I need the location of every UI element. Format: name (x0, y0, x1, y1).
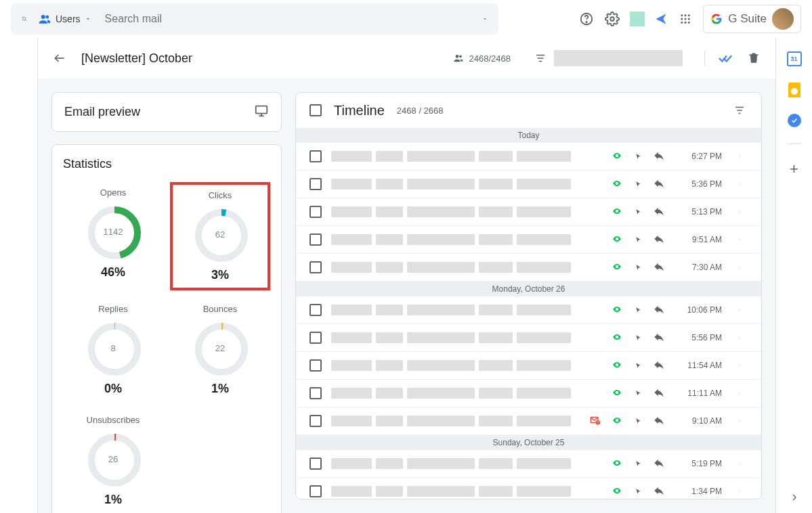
more-icon[interactable] (731, 455, 748, 472)
more-icon[interactable] (731, 385, 748, 401)
timeline-row[interactable]: 5:19 PM (296, 450, 761, 478)
svg-point-85 (740, 464, 740, 465)
collapse-rail-button[interactable] (789, 492, 800, 513)
stat-clicks[interactable]: Clicks 62 3% (170, 182, 270, 290)
svg-point-65 (740, 338, 740, 339)
row-checkbox[interactable] (309, 415, 322, 427)
timeline-row[interactable]: 1:34 PM (296, 478, 761, 499)
row-checkbox[interactable] (309, 485, 322, 497)
timeline-row[interactable]: 5:13 PM (296, 198, 761, 226)
more-icon[interactable] (731, 483, 748, 499)
row-content-redacted (331, 305, 601, 315)
row-time: 9:51 AM (675, 235, 722, 244)
donut-chart: 8 (85, 319, 142, 376)
svg-point-48 (740, 212, 740, 213)
reply-icon (653, 359, 665, 372)
more-icon[interactable] (731, 357, 748, 374)
tasks-icon[interactable] (788, 114, 801, 127)
click-icon (633, 150, 643, 164)
row-checkbox[interactable] (309, 261, 322, 273)
more-icon[interactable] (731, 413, 748, 429)
timeline-row[interactable]: 7:30 AM (296, 254, 761, 282)
svg-point-80 (740, 421, 740, 422)
double-check-icon[interactable] (717, 50, 733, 66)
app-icon[interactable] (630, 12, 645, 26)
reply-icon (653, 387, 665, 400)
add-addon-button[interactable]: + (790, 160, 798, 178)
row-time: 1:34 PM (675, 487, 722, 496)
timeline-row[interactable]: 6:27 PM (296, 143, 761, 171)
row-time: 10:06 PM (675, 305, 722, 315)
search-input[interactable] (97, 13, 477, 25)
apps-grid-icon[interactable] (677, 11, 693, 27)
reply-icon (653, 178, 665, 191)
sort-icon[interactable] (532, 50, 549, 66)
select-all-checkbox[interactable] (309, 104, 322, 116)
svg-point-58 (616, 308, 618, 309)
svg-point-39 (740, 156, 740, 156)
stat-opens[interactable]: Opens 1142 46% (63, 182, 163, 290)
stat-bounces[interactable]: Bounces 22 1% (170, 298, 270, 401)
svg-point-53 (740, 240, 740, 241)
reply-icon (653, 150, 665, 163)
more-icon[interactable] (731, 259, 748, 275)
svg-point-5 (586, 22, 587, 22)
more-icon[interactable] (731, 176, 748, 192)
svg-point-49 (740, 213, 740, 213)
row-checkbox[interactable] (309, 332, 322, 344)
search-icon[interactable] (16, 11, 33, 27)
timeline-row[interactable]: 9:10 AM (296, 407, 761, 435)
gear-icon[interactable] (604, 11, 620, 27)
page-title: [Newsletter] October (81, 51, 438, 66)
timeline-row[interactable]: 5:36 PM (296, 171, 761, 198)
users-filter-chip[interactable]: Users (33, 13, 97, 25)
stat-label: Bounces (170, 304, 270, 314)
svg-point-43 (740, 183, 740, 184)
delete-icon[interactable] (746, 50, 762, 66)
keep-icon[interactable] (788, 83, 800, 97)
help-icon[interactable] (578, 11, 595, 27)
email-preview-card[interactable]: Email preview (51, 92, 282, 132)
click-icon (633, 233, 643, 247)
more-icon[interactable] (731, 302, 748, 318)
timeline-row[interactable]: 5:56 PM (296, 324, 761, 352)
row-checkbox[interactable] (309, 178, 322, 190)
donut-chart: 26 (85, 430, 142, 487)
timeline-row[interactable]: 9:51 AM (296, 226, 761, 254)
sort-area (532, 50, 683, 66)
timeline-row[interactable]: 11:54 AM (296, 352, 761, 380)
row-checkbox[interactable] (309, 359, 322, 372)
row-checkbox[interactable] (309, 458, 322, 470)
svg-point-88 (740, 491, 740, 492)
row-checkbox[interactable] (309, 150, 322, 162)
svg-point-66 (616, 363, 618, 365)
more-icon[interactable] (731, 330, 748, 346)
filter-icon[interactable] (731, 102, 748, 118)
stat-percent: 3% (173, 268, 268, 282)
avatar[interactable] (772, 8, 794, 30)
row-checkbox[interactable] (309, 387, 322, 399)
stat-unsubscribes[interactable]: Unsubscribes 26 1% (63, 409, 163, 512)
calendar-icon[interactable]: 31 (787, 51, 802, 66)
reply-icon (653, 233, 665, 246)
more-icon[interactable] (731, 231, 748, 248)
row-checkbox[interactable] (309, 206, 322, 218)
row-checkbox[interactable] (309, 304, 322, 316)
timeline-row[interactable]: 11:11 AM (296, 380, 761, 407)
more-icon[interactable] (731, 204, 748, 220)
stat-replies[interactable]: Replies 8 0% (63, 298, 163, 401)
back-button[interactable] (51, 50, 68, 66)
search-options-icon[interactable] (477, 11, 493, 27)
row-checkbox[interactable] (309, 233, 322, 246)
svg-point-69 (740, 366, 740, 367)
gsuite-badge[interactable]: G Suite (703, 5, 801, 33)
svg-point-78 (616, 419, 618, 420)
send-icon[interactable] (654, 12, 668, 26)
timeline-row[interactable]: 10:06 PM (296, 296, 761, 324)
donut-chart: 1142 (85, 203, 142, 260)
svg-point-6 (611, 17, 615, 21)
svg-point-47 (740, 211, 740, 212)
stat-count: 62 (192, 206, 249, 263)
more-icon[interactable] (731, 148, 748, 164)
svg-point-8 (685, 14, 687, 16)
